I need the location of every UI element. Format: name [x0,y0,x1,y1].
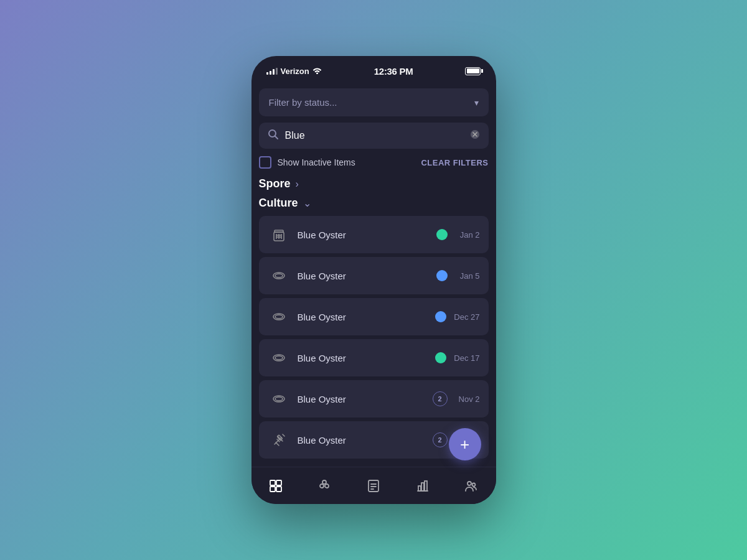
svg-rect-40 [421,483,424,491]
svg-line-24 [283,434,284,436]
svg-line-22 [276,442,279,446]
carrier-info: Verizon [266,67,322,76]
status-time: 12:36 PM [374,66,413,77]
item-name: Blue Oyster [298,271,429,281]
filter-dropdown[interactable]: Filter by status... ▾ [259,88,489,116]
culture-section-header[interactable]: Culture ⌄ [259,197,489,210]
fab-add-button[interactable]: + [449,428,481,460]
status-dot [436,270,448,281]
svg-point-17 [275,356,283,360]
search-bar [259,123,489,149]
svg-point-33 [322,480,326,484]
phone-frame: Verizon 12:36 PM Filter by status... ▾ [251,56,496,504]
status-right [465,67,481,75]
status-dot [436,229,448,240]
item-name: Blue Oyster [298,353,428,363]
culture-section: Culture ⌄ Blue Oyster [259,197,489,467]
list-item[interactable]: Blue Oyster Jan 5 [259,257,489,294]
svg-point-13 [275,274,283,278]
svg-point-15 [275,315,283,319]
nav-item-inventory[interactable] [260,472,291,500]
item-name: Blue Oyster [298,312,428,322]
nav-item-tasks[interactable] [358,472,389,500]
petri-icon [268,306,290,328]
show-inactive-label: Show Inactive Items [278,157,355,167]
list-item[interactable]: Blue Oyster Dec 17 [259,339,489,376]
status-bar: Verizon 12:36 PM [251,56,496,83]
item-date: Dec 27 [454,312,479,322]
list-item[interactable]: Blue Oyster Dec 27 [259,298,489,335]
filter-dropdown-text: Filter by status... [269,97,337,108]
show-inactive-checkbox[interactable] [259,156,271,169]
svg-point-19 [275,397,283,401]
culture-title: Culture [259,197,298,210]
item-date: Jan 2 [455,230,480,240]
content-area: Filter by status... ▾ [251,83,496,467]
search-icon [268,129,279,142]
svg-rect-39 [418,486,421,491]
svg-point-43 [472,483,476,486]
wifi-icon [312,67,322,76]
search-input[interactable] [285,130,464,141]
item-name: Blue Oyster [298,230,429,240]
svg-rect-34 [369,480,378,492]
filter-row: Show Inactive Items CLEAR FILTERS [259,156,489,169]
status-dot [435,311,446,322]
svg-rect-41 [425,481,427,491]
fab-plus-icon: + [460,436,469,452]
spore-title: Spore [259,177,291,190]
carrier-name: Verizon [281,67,309,76]
item-date: Jan 5 [455,271,480,281]
item-name: Blue Oyster [298,435,425,446]
search-clear-icon[interactable] [470,129,480,142]
spore-chevron-icon: › [296,179,299,190]
nav-item-charts[interactable] [407,472,438,500]
list-item[interactable]: Blue Oyster Jan 2 [259,216,489,253]
bottom-nav [251,467,496,504]
svg-rect-27 [270,480,275,485]
battery-icon [465,67,481,75]
jar-icon [268,223,290,246]
petri-icon [268,388,290,410]
spore-section-header[interactable]: Spore › [259,177,489,190]
petri-icon [268,264,290,287]
item-date: Nov 2 [455,394,480,404]
item-date: Dec 17 [454,353,479,363]
svg-rect-29 [270,487,275,492]
item-name: Blue Oyster [298,394,425,404]
chevron-down-icon: ▾ [474,98,479,108]
status-count: 2 [433,432,448,447]
list-item[interactable]: Blue Oyster 2 Nov 2 [259,380,489,418]
syringe-icon [268,429,290,451]
status-dot [435,352,446,363]
svg-rect-30 [276,487,281,492]
svg-point-42 [467,482,471,485]
petri-icon [268,347,290,369]
svg-rect-28 [276,480,281,485]
signal-bars [266,68,278,75]
svg-point-32 [325,484,329,488]
svg-point-31 [320,484,324,488]
checkbox-row: Show Inactive Items [259,156,355,169]
status-count: 2 [433,391,448,406]
nav-item-cultures[interactable] [309,472,340,500]
clear-filters-button[interactable]: CLEAR FILTERS [421,158,488,167]
svg-rect-6 [275,230,283,232]
culture-chevron-icon: ⌄ [303,197,311,209]
nav-item-team[interactable] [456,472,487,500]
svg-line-1 [275,136,278,139]
